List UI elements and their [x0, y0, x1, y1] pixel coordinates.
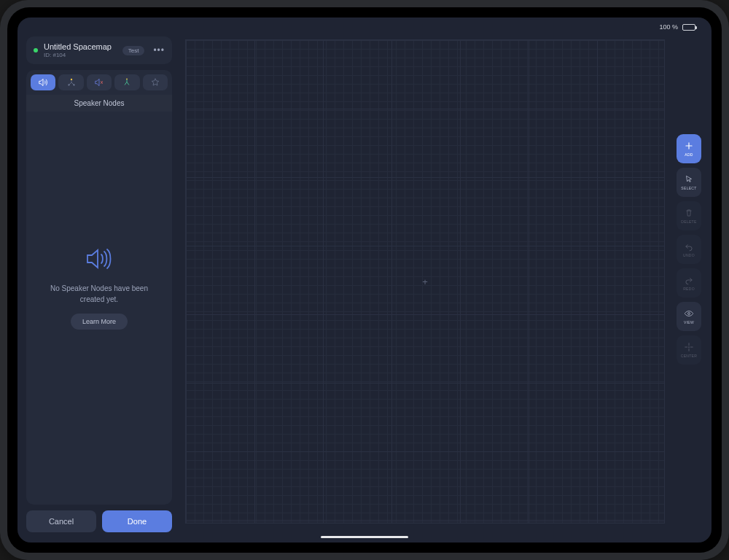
center-tool[interactable]: CENTER: [677, 335, 701, 365]
project-title: Untitled Spacemap: [44, 42, 112, 52]
view-label: VIEW: [684, 320, 694, 324]
eye-icon: [684, 308, 694, 319]
tablet-inner: 100 % Untitled Spacemap ID: #104 Test ••…: [7, 7, 722, 553]
select-tool[interactable]: SELECT: [677, 168, 701, 197]
origin-cross-icon: +: [422, 276, 428, 287]
status-dot-icon: [34, 48, 38, 52]
center-label: CENTER: [681, 354, 697, 358]
cursor-icon: [684, 174, 694, 184]
trash-icon: [684, 208, 694, 218]
status-bar: 100 %: [659, 23, 695, 31]
sidebar: Untitled Spacemap ID: #104 Test •••: [26, 36, 172, 532]
view-tool[interactable]: VIEW: [677, 302, 701, 331]
undo-tool[interactable]: UNDO: [677, 235, 701, 264]
delete-label: DELETE: [681, 219, 696, 224]
add-tool[interactable]: ADD: [677, 134, 701, 163]
plus-icon: [684, 141, 694, 151]
undo-label: UNDO: [683, 253, 695, 257]
project-header[interactable]: Untitled Spacemap ID: #104 Test •••: [26, 36, 172, 64]
undo-icon: [684, 241, 694, 252]
delete-tool[interactable]: DELETE: [677, 201, 701, 230]
grid-canvas[interactable]: +: [185, 39, 665, 524]
project-title-block: Untitled Spacemap ID: #104: [44, 42, 112, 58]
speaker-large-icon: [84, 244, 114, 274]
app-screen: 100 % Untitled Spacemap ID: #104 Test ••…: [17, 18, 712, 542]
empty-state: No Speaker Nodes have been created yet. …: [26, 70, 172, 505]
cancel-button[interactable]: Cancel: [26, 510, 96, 532]
empty-message: No Speaker Nodes have been created yet.: [41, 283, 157, 305]
redo-tool[interactable]: REDO: [677, 268, 701, 298]
more-button[interactable]: •••: [153, 45, 165, 55]
svg-point-5: [688, 346, 690, 348]
done-button[interactable]: Done: [102, 510, 172, 532]
right-toolbar: ADD SELECT DELETE UNDO REDO VIEW CENTER: [677, 134, 701, 365]
nodes-panel: Speaker Nodes No Speaker Nodes have been…: [26, 70, 172, 505]
test-button[interactable]: Test: [122, 46, 145, 55]
redo-label: REDO: [683, 287, 695, 291]
center-icon: [684, 342, 694, 352]
tablet-bezel: 100 % Untitled Spacemap ID: #104 Test ••…: [0, 0, 729, 560]
project-id: ID: #104: [44, 52, 112, 58]
sidebar-footer: Cancel Done: [26, 510, 172, 532]
select-label: SELECT: [681, 186, 696, 190]
home-indicator[interactable]: [321, 536, 408, 538]
svg-point-4: [688, 313, 690, 315]
redo-icon: [684, 275, 694, 285]
battery-percent: 100 %: [659, 23, 678, 31]
learn-more-button[interactable]: Learn More: [71, 314, 128, 330]
battery-icon: [682, 24, 695, 31]
add-label: ADD: [685, 152, 693, 157]
